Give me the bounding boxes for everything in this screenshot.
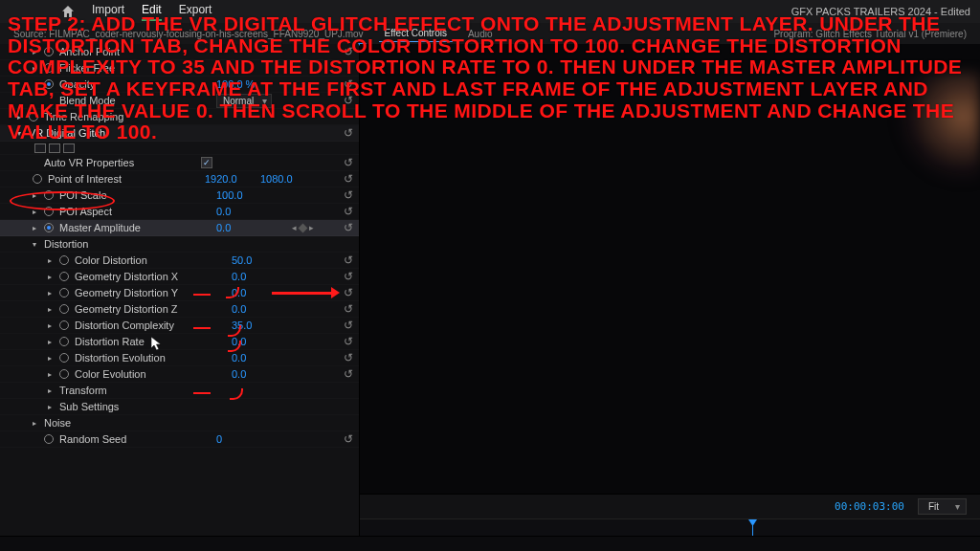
auto-vr-checkbox[interactable]	[201, 157, 212, 168]
menu-import[interactable]: Import	[92, 3, 124, 21]
prop-value[interactable]: 0.0	[216, 222, 266, 233]
reset-icon[interactable]: ↺	[344, 270, 353, 283]
prop-value[interactable]: 100.0 %	[216, 78, 266, 90]
twirl-icon[interactable]: ▸	[48, 305, 57, 314]
reset-icon[interactable]: ↺	[344, 335, 353, 348]
stopwatch-icon[interactable]	[29, 112, 38, 121]
row-vr-digital-glitch[interactable]: ▾ VR Digital Glitch ↺	[0, 125, 359, 142]
reset-icon[interactable]: ↺	[344, 126, 353, 140]
row-color-distortion[interactable]: ▸ Color Distortion 50.0 ↺	[0, 253, 359, 269]
twirl-icon[interactable]: ▸	[33, 191, 42, 200]
twirl-icon[interactable]	[33, 97, 42, 105]
row-anchor-point[interactable]: ▸ Anchor Point ↺	[0, 44, 359, 60]
prop-value[interactable]: 0.0	[232, 336, 281, 347]
keyframe-nav[interactable]: ◂ ▸	[292, 223, 314, 232]
row-distortion-group[interactable]: ▾ Distortion	[0, 236, 359, 253]
twirl-icon[interactable]: ▸	[33, 208, 42, 216]
stopwatch-icon[interactable]	[44, 190, 54, 200]
reset-icon[interactable]: ↺	[344, 221, 353, 234]
twirl-icon[interactable]: ▸	[33, 419, 42, 428]
row-auto-vr[interactable]: Auto VR Properties ↺	[0, 155, 359, 171]
row-distortion-rate[interactable]: ▸ Distortion Rate 0.0 ↺	[0, 334, 359, 350]
twirl-icon[interactable]: ▸	[17, 113, 27, 121]
row-geometry-distortion-y[interactable]: ▸ Geometry Distortion Y 0.0 ↺	[0, 285, 359, 301]
prop-value[interactable]: 50.0	[232, 254, 281, 266]
timecode[interactable]: 00:00:03:00	[835, 500, 904, 513]
fit-dropdown[interactable]: Fit	[918, 498, 967, 515]
row-blend-mode[interactable]: Blend Mode Normal ↺	[0, 93, 359, 109]
stopwatch-icon[interactable]	[59, 369, 69, 379]
stopwatch-icon[interactable]	[59, 353, 69, 363]
reset-icon[interactable]: ↺	[344, 253, 353, 267]
twirl-icon[interactable]: ▾	[33, 240, 42, 249]
prop-value[interactable]: 0.0	[232, 368, 281, 380]
home-icon[interactable]	[61, 5, 75, 18]
prop-value[interactable]: 0.0	[232, 352, 281, 364]
reset-icon[interactable]: ↺	[344, 188, 353, 202]
reset-icon[interactable]: ↺	[344, 319, 353, 332]
menu-export[interactable]: Export	[179, 3, 212, 21]
stopwatch-icon[interactable]	[44, 63, 54, 73]
prev-keyframe-icon[interactable]: ◂	[292, 223, 297, 232]
prop-value[interactable]: 0.0	[232, 271, 281, 282]
mask-shape-icons[interactable]	[34, 143, 75, 153]
row-geometry-distortion-x[interactable]: ▸ Geometry Distortion X 0.0 ↺	[0, 269, 359, 285]
twirl-icon[interactable]: ▸	[48, 256, 57, 265]
reset-icon[interactable]: ↺	[344, 302, 353, 316]
reset-icon[interactable]: ↺	[344, 172, 353, 186]
reset-icon[interactable]: ↺	[344, 351, 353, 364]
tab-source[interactable]: Source: FILMPAC_coder-nervously-focusing…	[8, 26, 369, 42]
stopwatch-icon[interactable]	[44, 79, 54, 89]
twirl-icon[interactable]	[33, 435, 42, 444]
twirl-icon[interactable]: ▸	[48, 403, 57, 411]
prop-value[interactable]: 100.0	[216, 189, 266, 201]
stopwatch-icon[interactable]	[59, 255, 69, 265]
row-time-remapping[interactable]: ▸ Time Remapping	[0, 109, 359, 125]
twirl-icon[interactable]	[33, 80, 42, 89]
prop-value-x[interactable]: 1920.0	[205, 173, 255, 185]
row-transform[interactable]: ▸ Transform	[0, 383, 359, 399]
stopwatch-icon[interactable]	[59, 304, 69, 314]
stopwatch-icon[interactable]	[59, 337, 69, 346]
row-opacity[interactable]: Opacity 100.0 % ↺	[0, 77, 359, 93]
row-geometry-distortion-z[interactable]: ▸ Geometry Distortion Z 0.0 ↺	[0, 301, 359, 318]
row-point-of-interest[interactable]: Point of Interest 1920.0 1080.0 ↺	[0, 171, 359, 187]
row-poi-scale[interactable]: ▸ POI Scale 100.0 ↺	[0, 187, 359, 204]
preview-playhead[interactable]	[752, 519, 753, 536]
row-flicker[interactable]: ▸ Flicker Free	[0, 60, 359, 77]
twirl-icon[interactable]: ▸	[48, 370, 57, 379]
reset-icon[interactable]: ↺	[344, 432, 353, 446]
stopwatch-icon[interactable]	[44, 47, 54, 56]
twirl-icon[interactable]: ▸	[48, 386, 57, 395]
prop-value-y[interactable]: 1080.0	[260, 173, 293, 185]
twirl-icon[interactable]: ▸	[48, 338, 57, 346]
row-color-evolution[interactable]: ▸ Color Evolution 0.0 ↺	[0, 366, 359, 383]
row-noise[interactable]: ▸ Noise	[0, 415, 359, 431]
reset-icon[interactable]: ↺	[344, 77, 353, 91]
preview-ruler[interactable]	[360, 518, 980, 536]
row-random-seed[interactable]: Random Seed 0 ↺	[0, 431, 359, 448]
twirl-icon[interactable]: ▸	[48, 273, 57, 281]
blend-mode-dropdown[interactable]: Normal	[216, 94, 272, 108]
reset-icon[interactable]: ↺	[344, 94, 353, 107]
stopwatch-icon[interactable]	[44, 207, 54, 216]
twirl-icon[interactable]: ▾	[17, 129, 27, 138]
twirl-icon[interactable]: ▸	[48, 289, 57, 298]
row-sub-settings[interactable]: ▸ Sub Settings	[0, 399, 359, 415]
reset-icon[interactable]: ↺	[344, 45, 353, 58]
prop-value[interactable]: 0.0	[216, 206, 266, 217]
row-distortion-evolution[interactable]: ▸ Distortion Evolution 0.0 ↺	[0, 350, 359, 366]
reset-icon[interactable]: ↺	[344, 367, 353, 381]
tab-effect-controls[interactable]: Effect Controls	[379, 25, 453, 42]
stopwatch-icon[interactable]	[33, 174, 42, 184]
reset-icon[interactable]: ↺	[344, 205, 353, 218]
prop-value[interactable]: 0.0	[232, 303, 281, 315]
prop-value[interactable]: 0	[216, 433, 266, 445]
menu-edit[interactable]: Edit	[142, 3, 162, 21]
row-master-amplitude[interactable]: ▸ Master Amplitude 0.0 ◂ ▸ ↺	[0, 220, 359, 236]
row-poi-aspect[interactable]: ▸ POI Aspect 0.0 ↺	[0, 204, 359, 220]
tab-program[interactable]: Program: Glitch Effects Tutorial v1 (Pre…	[768, 26, 972, 42]
add-keyframe-icon[interactable]	[299, 223, 308, 232]
reset-icon[interactable]: ↺	[344, 286, 353, 299]
twirl-icon[interactable]: ▸	[48, 354, 57, 363]
